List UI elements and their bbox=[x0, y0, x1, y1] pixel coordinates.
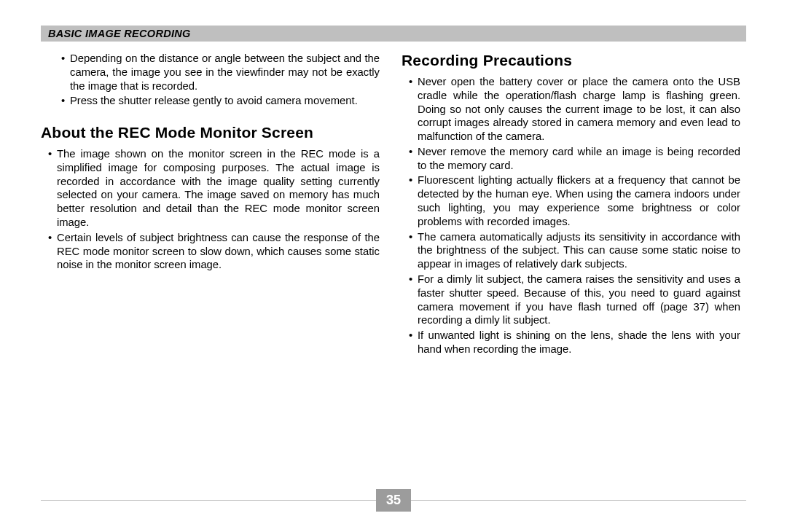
right-heading: Recording Precautions bbox=[402, 52, 740, 69]
page-footer: 35 bbox=[41, 489, 746, 512]
footer-rule-right bbox=[411, 500, 746, 501]
list-item: Never remove the memory card while an im… bbox=[409, 145, 740, 173]
list-item: Certain levels of subject brightness can… bbox=[48, 231, 380, 272]
manual-page: BASIC IMAGE RECORDING Depending on the d… bbox=[0, 0, 787, 532]
section-header-title: BASIC IMAGE RECORDING bbox=[48, 28, 191, 39]
left-bullet-list: The image shown on the monitor screen in… bbox=[41, 147, 380, 272]
list-item: The image shown on the monitor screen in… bbox=[48, 147, 380, 230]
right-bullet-list: Never open the battery cover or place th… bbox=[402, 75, 740, 356]
list-item: Fluorescent lighting actually flickers a… bbox=[409, 173, 740, 228]
section-header-band: BASIC IMAGE RECORDING bbox=[41, 26, 746, 42]
page-number: 35 bbox=[376, 489, 411, 512]
left-top-bullet-list: Depending on the distance or angle betwe… bbox=[41, 52, 380, 108]
footer-rule-left bbox=[41, 500, 376, 501]
list-item: For a dimly lit subject, the camera rais… bbox=[409, 273, 740, 327]
list-item: If unwanted light is shining on the lens… bbox=[409, 329, 740, 356]
list-item: Press the shutter release gently to avoi… bbox=[61, 94, 380, 108]
content-columns: Depending on the distance or angle betwe… bbox=[41, 52, 746, 358]
list-item: Never open the battery cover or place th… bbox=[409, 75, 740, 144]
list-item: Depending on the distance or angle betwe… bbox=[61, 52, 380, 93]
list-item: The camera automatically adjusts its sen… bbox=[409, 230, 740, 271]
left-column: Depending on the distance or angle betwe… bbox=[41, 52, 380, 358]
right-column: Recording Precautions Never open the bat… bbox=[402, 52, 740, 358]
left-heading: About the REC Mode Monitor Screen bbox=[41, 124, 380, 141]
